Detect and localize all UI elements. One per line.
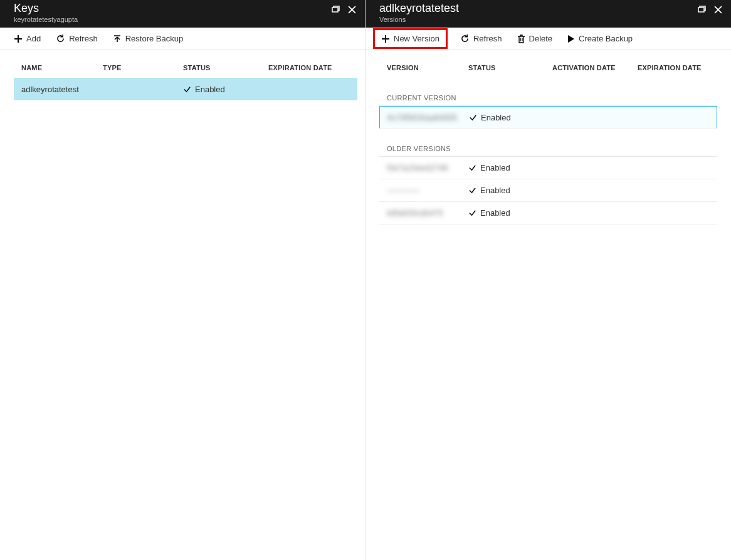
check-icon [468, 209, 476, 217]
plus-icon [381, 34, 390, 43]
refresh-icon [56, 34, 65, 43]
add-button[interactable]: Add [11, 31, 43, 46]
version-id: f3e7a15eed2746 [387, 163, 468, 172]
version-row[interactable]: f3e7a15eed2746 Enabled [379, 157, 717, 179]
close-icon[interactable] [347, 5, 356, 14]
restore-window-icon[interactable] [697, 5, 706, 14]
refresh-button[interactable]: Refresh [53, 31, 100, 46]
svg-rect-1 [698, 8, 704, 12]
version-status-text: Enabled [480, 208, 510, 218]
col-status[interactable]: STATUS [183, 64, 268, 71]
trash-icon [517, 34, 525, 43]
key-row[interactable]: adlkeyrotatetest Enabled [14, 78, 357, 100]
key-status-text: Enabled [195, 85, 225, 94]
keys-header-titles: Keys keyrotatetestyagupta [14, 3, 78, 23]
keys-panel: Keys keyrotatetestyagupta Add Refresh Re… [0, 0, 366, 560]
col-version[interactable]: VERSION [387, 64, 468, 71]
version-status: Enabled [469, 113, 553, 122]
version-status: Enabled [468, 186, 552, 195]
key-name: adlkeyrotatetest [21, 85, 103, 94]
check-icon [468, 186, 476, 194]
col-expiration[interactable]: EXPIRATION DATE [268, 64, 357, 71]
version-status-text: Enabled [480, 163, 510, 172]
refresh-button[interactable]: Refresh [458, 31, 505, 46]
keys-subtitle: keyrotatetestyagupta [14, 16, 78, 23]
version-status: Enabled [468, 163, 552, 172]
keys-toolbar: Add Refresh Restore Backup [0, 28, 365, 50]
svg-rect-0 [332, 8, 338, 12]
version-status-text: Enabled [481, 113, 511, 122]
versions-columns: VERSION STATUS ACTIVATION DATE EXPIRATIO… [366, 50, 731, 78]
add-label: Add [26, 34, 41, 43]
col-status[interactable]: STATUS [468, 64, 552, 71]
restore-window-icon[interactable] [331, 5, 340, 14]
version-status: Enabled [468, 208, 552, 218]
keys-title: Keys [14, 3, 78, 15]
versions-toolbar: New Version Refresh Delete Create Backup [366, 28, 731, 50]
version-row[interactable]: b8fa630cdb470 Enabled [379, 202, 717, 225]
create-backup-button[interactable]: Create Backup [565, 31, 635, 46]
keys-header: Keys keyrotatetestyagupta [0, 0, 365, 28]
key-status: Enabled [183, 85, 268, 94]
restore-backup-label: Restore Backup [125, 34, 184, 43]
version-row[interactable]: ———— Enabled [379, 179, 717, 202]
refresh-label: Refresh [69, 34, 98, 43]
play-icon [567, 34, 575, 43]
keys-columns: NAME TYPE STATUS EXPIRATION DATE [0, 50, 365, 78]
refresh-icon [460, 34, 470, 43]
new-version-button[interactable]: New Version [379, 31, 442, 46]
version-status-text: Enabled [480, 186, 510, 195]
versions-window-controls [697, 5, 722, 14]
current-version-label: CURRENT VERSION [366, 78, 731, 105]
delete-label: Delete [529, 34, 553, 43]
close-icon[interactable] [713, 5, 722, 14]
plus-icon [14, 34, 23, 43]
version-id: b8fa630cdb470 [387, 208, 468, 218]
refresh-label: Refresh [473, 34, 502, 43]
col-type[interactable]: TYPE [103, 64, 183, 71]
versions-header: adlkeyrotatetest Versions [366, 0, 731, 28]
create-backup-label: Create Backup [579, 34, 633, 43]
col-expiration[interactable]: EXPIRATION DATE [638, 64, 723, 71]
delete-button[interactable]: Delete [515, 31, 555, 46]
check-icon [183, 85, 191, 93]
keys-window-controls [331, 5, 356, 14]
version-id: 6c70f5630aa64005 [387, 113, 469, 122]
versions-title: adlkeyrotatetest [379, 3, 459, 15]
restore-backup-button[interactable]: Restore Backup [110, 31, 186, 46]
highlight-new-version: New Version [373, 28, 448, 49]
col-activation[interactable]: ACTIVATION DATE [552, 64, 638, 71]
older-versions-label: OLDER VERSIONS [366, 129, 731, 156]
version-id: ———— [387, 186, 468, 195]
restore-icon [113, 34, 122, 43]
version-row-current[interactable]: 6c70f5630aa64005 Enabled [379, 106, 717, 129]
new-version-label: New Version [394, 34, 439, 43]
versions-header-titles: adlkeyrotatetest Versions [379, 3, 459, 23]
versions-panel: adlkeyrotatetest Versions New Version Re… [366, 0, 731, 560]
check-icon [468, 164, 476, 172]
check-icon [469, 114, 477, 122]
col-name[interactable]: NAME [21, 64, 103, 71]
versions-subtitle: Versions [379, 16, 459, 23]
